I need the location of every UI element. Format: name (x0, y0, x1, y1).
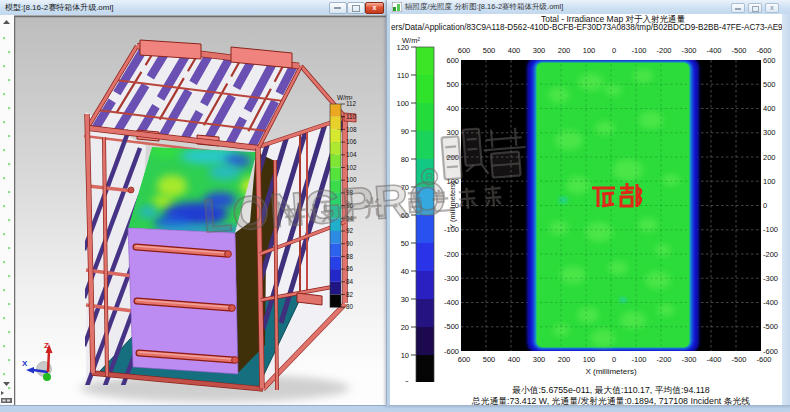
svg-text:90: 90 (346, 240, 354, 247)
svg-text:98: 98 (346, 189, 354, 196)
svg-text:-500: -500 (444, 322, 459, 331)
svg-text:400: 400 (763, 104, 776, 113)
svg-text:-100: -100 (763, 225, 778, 234)
svg-text:20: 20 (401, 323, 409, 332)
svg-text:-400: -400 (706, 355, 721, 364)
svg-text:-500: -500 (731, 355, 746, 364)
svg-text:108: 108 (346, 126, 357, 133)
svg-text:-300: -300 (763, 274, 778, 283)
svg-text:94: 94 (346, 215, 354, 222)
svg-text:100: 100 (583, 46, 596, 55)
svg-text:400: 400 (446, 104, 459, 113)
svg-text:-600: -600 (756, 355, 771, 364)
svg-text:102: 102 (346, 164, 357, 171)
svg-text:30: 30 (401, 295, 409, 304)
svg-text:106: 106 (346, 138, 357, 145)
svg-text:-200: -200 (763, 250, 778, 259)
svg-text:300: 300 (533, 46, 546, 55)
svg-text:-100: -100 (631, 355, 646, 364)
svg-text:300: 300 (533, 355, 546, 364)
svg-text:96: 96 (346, 202, 354, 209)
svg-text:100: 100 (583, 355, 596, 364)
svg-text:600: 600 (446, 56, 459, 65)
svg-text:200: 200 (558, 355, 571, 364)
svg-text:80: 80 (401, 155, 409, 164)
svg-text:300: 300 (763, 128, 776, 137)
svg-text:-600: -600 (763, 347, 778, 356)
svg-text:40: 40 (401, 267, 409, 276)
svg-text:88: 88 (346, 253, 354, 260)
svg-text:84: 84 (346, 278, 354, 285)
svg-text:86: 86 (346, 265, 354, 272)
svg-text:82: 82 (346, 291, 354, 298)
svg-text:0: 0 (455, 201, 459, 210)
svg-text:0: 0 (405, 379, 409, 382)
svg-text:0: 0 (763, 201, 767, 210)
svg-text:100: 100 (396, 99, 409, 108)
svg-text:400: 400 (508, 46, 521, 55)
svg-text:10: 10 (401, 351, 409, 360)
svg-text:-100: -100 (631, 46, 646, 55)
svg-text:600: 600 (763, 56, 776, 65)
svg-text:112: 112 (346, 100, 357, 107)
svg-text:0: 0 (612, 355, 616, 364)
svg-text:110: 110 (397, 71, 409, 80)
svg-text:100: 100 (446, 177, 459, 186)
svg-text:200: 200 (763, 153, 776, 162)
svg-text:80: 80 (346, 303, 354, 310)
svg-text:400: 400 (508, 355, 521, 364)
svg-text:200: 200 (558, 46, 571, 55)
svg-text:0: 0 (612, 46, 616, 55)
svg-text:X: X (22, 359, 28, 368)
svg-text:-400: -400 (444, 298, 459, 307)
svg-text:90: 90 (401, 127, 409, 136)
svg-text:600: 600 (458, 46, 471, 55)
svg-text:-300: -300 (681, 46, 696, 55)
svg-text:-600: -600 (756, 46, 771, 55)
svg-text:60: 60 (401, 211, 409, 220)
svg-text:110: 110 (346, 113, 357, 120)
svg-text:Z: Z (44, 341, 49, 350)
svg-text:300: 300 (446, 128, 459, 137)
svg-text:X (millimeters): X (millimeters) (585, 367, 636, 376)
svg-text:-200: -200 (656, 46, 671, 55)
svg-text:-200: -200 (656, 355, 671, 364)
svg-text:100: 100 (763, 177, 776, 186)
svg-text:-300: -300 (444, 274, 459, 283)
svg-text:92: 92 (346, 227, 354, 234)
svg-text:-600: -600 (444, 347, 459, 356)
svg-text:120: 120 (396, 43, 409, 52)
svg-text:-400: -400 (706, 46, 721, 55)
svg-text:-500: -500 (763, 322, 778, 331)
svg-text:500: 500 (763, 80, 776, 89)
svg-text:-100: -100 (444, 225, 459, 234)
svg-text:100: 100 (346, 176, 357, 183)
svg-text:500: 500 (483, 355, 496, 364)
svg-text:104: 104 (346, 151, 357, 158)
svg-text:-300: -300 (681, 355, 696, 364)
svg-text:-500: -500 (731, 46, 746, 55)
svg-text:50: 50 (401, 239, 409, 248)
svg-text:500: 500 (483, 46, 496, 55)
svg-text:200: 200 (446, 153, 459, 162)
svg-text:-200: -200 (444, 250, 459, 259)
svg-text:500: 500 (446, 80, 459, 89)
svg-text:-400: -400 (763, 298, 778, 307)
svg-text:600: 600 (458, 355, 471, 364)
svg-text:70: 70 (401, 183, 409, 192)
